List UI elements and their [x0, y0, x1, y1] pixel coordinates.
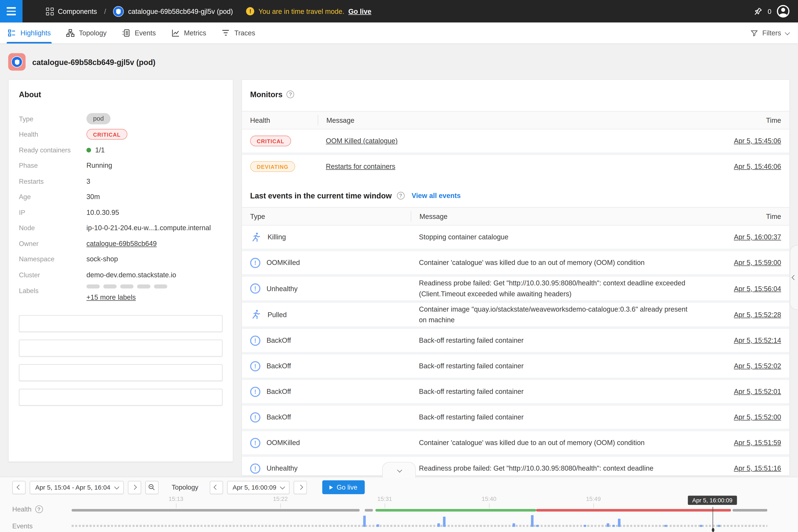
help-icon[interactable]: ? — [397, 192, 404, 200]
zoom-out-button[interactable] — [145, 481, 158, 494]
topology-time-next-button[interactable] — [294, 481, 307, 494]
monitor-time-link[interactable]: Apr 5, 15:45:06 — [734, 137, 781, 145]
last-events-heading-text: Last events in the current time window — [250, 191, 392, 200]
event-row[interactable]: ! BackOff Back-off restarting failed con… — [242, 352, 789, 378]
event-bar — [607, 523, 609, 527]
chevron-left-icon — [16, 485, 21, 490]
topbar-right: 0 — [753, 5, 798, 18]
events-label-text: Events — [12, 522, 33, 530]
breadcrumb-section[interactable]: Components — [58, 7, 97, 15]
event-time-link[interactable]: Apr 5, 16:00:37 — [734, 233, 781, 241]
health-segment — [364, 509, 373, 512]
field-value: Running — [87, 162, 112, 169]
monitor-message-link[interactable]: OOM Killed (catalogue) — [326, 137, 398, 145]
event-time-link[interactable]: Apr 5, 15:51:59 — [734, 439, 781, 446]
event-row[interactable]: ! BackOff Back-off restarting failed con… — [242, 378, 789, 403]
page-title: catalogue-69b58cb649-gjl5v (pod) — [32, 58, 155, 66]
user-avatar-icon[interactable] — [777, 5, 790, 18]
tab-traces[interactable]: Traces — [214, 23, 263, 43]
event-row[interactable]: Pulled Container image "quay.io/stacksta… — [242, 300, 789, 326]
field-age: Age 30m — [19, 189, 223, 205]
hamburger-menu-icon[interactable] — [0, 0, 23, 23]
event-bar — [584, 525, 586, 527]
event-message: Readiness probe failed: Get "http://10.0… — [411, 278, 704, 299]
filter-funnel-icon — [750, 29, 758, 37]
event-message: Container 'catalogue' was killed due to … — [411, 257, 704, 268]
events-row-label: Events — [12, 522, 33, 530]
time-range-dropdown[interactable]: Apr 5, 15:04 - Apr 5, 16:04 — [30, 481, 124, 494]
show-action-button[interactable] — [19, 388, 223, 405]
events-icon — [122, 28, 131, 37]
health-timeline[interactable] — [72, 509, 767, 512]
event-row[interactable]: ! BackOff Back-off restarting failed con… — [242, 403, 789, 429]
label-pill — [154, 284, 167, 288]
tab-highlights[interactable]: Highlights — [0, 23, 58, 43]
go-live-link[interactable]: Go live — [348, 7, 371, 15]
event-time-link[interactable]: Apr 5, 15:52:14 — [734, 337, 781, 344]
tab-label: Events — [135, 29, 156, 37]
monitor-message-link[interactable]: Restarts for containers — [326, 163, 395, 170]
play-icon — [329, 485, 333, 489]
breadcrumb-entity[interactable]: catalogue-69b58cb649-gjl5v (pod) — [128, 7, 233, 15]
topology-time-dropdown[interactable]: Apr 5, 16:00:09 — [227, 481, 290, 494]
event-row[interactable]: Killing Stopping container catalogue Apr… — [242, 226, 789, 248]
monitor-time-link[interactable]: Apr 5, 15:46:06 — [734, 163, 781, 170]
top-bar: Components / catalogue-69b58cb649-gjl5v … — [0, 0, 798, 23]
tab-metrics[interactable]: Metrics — [164, 23, 214, 43]
go-live-button[interactable]: Go live — [322, 480, 364, 494]
breadcrumb-separator: / — [104, 7, 106, 15]
view-all-events-link[interactable]: View all events — [412, 192, 461, 200]
event-time-link[interactable]: Apr 5, 15:56:04 — [734, 285, 781, 292]
event-time-link[interactable]: Apr 5, 15:52:28 — [734, 311, 781, 319]
side-panel-collapse-handle[interactable] — [790, 245, 798, 310]
field-restarts: Restarts 3 — [19, 173, 223, 189]
pin-icon[interactable] — [753, 6, 763, 16]
event-time-link[interactable]: Apr 5, 15:52:01 — [734, 388, 781, 395]
show-action-button[interactable] — [19, 339, 223, 356]
health-status-badge: CRITICAL — [87, 129, 128, 139]
owner-link[interactable]: catalogue-69b58cb649 — [87, 240, 157, 247]
health-label-text: Health — [12, 505, 32, 513]
event-row[interactable]: ! OOMKilled Container 'catalogue' was ki… — [242, 429, 789, 454]
metrics-icon — [171, 28, 180, 37]
event-time-link[interactable]: Apr 5, 15:51:16 — [734, 464, 781, 472]
range-next-button[interactable] — [128, 481, 141, 494]
event-row[interactable]: ! OOMKilled Container 'catalogue' was ki… — [242, 248, 789, 274]
monitor-row[interactable]: DEVIATING Restarts for containers Apr 5,… — [242, 152, 789, 178]
timeline-tick-mark — [385, 504, 385, 508]
time-travel-banner: ! You are in time travel mode. Go live — [246, 7, 371, 15]
event-time-link[interactable]: Apr 5, 15:52:00 — [734, 413, 781, 421]
more-labels-link[interactable]: +15 more labels — [87, 293, 136, 301]
show-action-button[interactable] — [19, 364, 223, 381]
help-icon[interactable]: ? — [287, 91, 294, 98]
event-time-link[interactable]: Apr 5, 15:59:00 — [734, 259, 781, 266]
field-value: 30m — [87, 193, 100, 201]
tab-label: Traces — [234, 29, 255, 37]
time-marker-line[interactable] — [712, 507, 713, 530]
health-segment — [733, 509, 767, 512]
timeline-collapse-handle[interactable] — [382, 462, 416, 478]
monitor-row[interactable]: CRITICAL OOM Killed (catalogue) Apr 5, 1… — [242, 129, 789, 152]
type-pill: pod — [87, 113, 110, 125]
event-row[interactable]: ! BackOff Back-off restarting failed con… — [242, 326, 789, 352]
range-prev-button[interactable] — [12, 481, 25, 494]
topology-time-prev-button[interactable] — [210, 481, 223, 494]
tab-events[interactable]: Events — [114, 23, 164, 43]
event-bar — [664, 525, 667, 527]
event-message: Container image "quay.io/stackstate/weav… — [411, 304, 704, 325]
show-action-button[interactable] — [19, 315, 223, 331]
chevron-right-icon — [298, 485, 303, 490]
event-time-link[interactable]: Apr 5, 15:52:02 — [734, 362, 781, 370]
help-icon[interactable]: ? — [35, 505, 43, 513]
time-marker-dot[interactable] — [712, 528, 714, 532]
event-row[interactable]: ! Unhealthy Readiness probe failed: Get … — [242, 454, 789, 476]
events-timeline[interactable] — [72, 514, 767, 527]
tab-topology[interactable]: Topology — [58, 23, 114, 43]
event-bar — [531, 515, 533, 527]
filters-button[interactable]: Filters — [741, 23, 798, 43]
pin-count: 0 — [768, 7, 771, 15]
topology-label: Topology — [172, 483, 198, 491]
field-label: Ready containers — [19, 146, 87, 154]
field-label: Restarts — [19, 177, 87, 185]
event-row[interactable]: ! Unhealthy Readiness probe failed: Get … — [242, 274, 789, 300]
